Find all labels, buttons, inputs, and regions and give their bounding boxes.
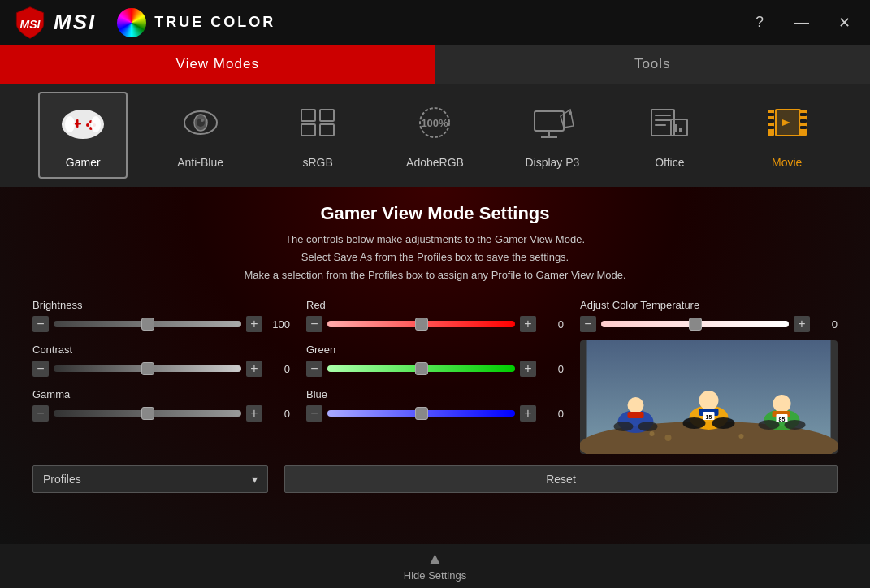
contrast-decrease-btn[interactable]: −	[32, 361, 49, 377]
contrast-control: Contrast − + 0	[32, 344, 290, 377]
red-increase-btn[interactable]: +	[520, 316, 536, 332]
svg-rect-14	[301, 110, 315, 121]
colortemp-decrease-btn[interactable]: −	[580, 316, 596, 332]
help-button[interactable]: ?	[747, 10, 773, 36]
gamma-decrease-btn[interactable]: −	[32, 405, 49, 422]
gamma-control: Gamma − + 0	[32, 388, 290, 422]
close-button[interactable]: ✕	[831, 10, 857, 36]
svg-rect-16	[301, 124, 315, 136]
gamma-increase-btn[interactable]: +	[246, 405, 262, 422]
settings-area: Gamer View Mode Settings The controls be…	[0, 187, 870, 544]
red-label: Red	[306, 299, 564, 311]
tab-bar: View Modes Tools	[0, 45, 870, 84]
brightness-slider[interactable]	[54, 321, 241, 327]
blue-control: Blue − + 0	[306, 388, 564, 422]
mode-office[interactable]: Office	[625, 92, 714, 179]
colortemp-increase-btn[interactable]: +	[794, 316, 810, 332]
tab-tools[interactable]: Tools	[435, 45, 871, 84]
right-controls: Adjust Color Temperature − + 0	[580, 299, 838, 454]
preview-svg: 15 85	[580, 340, 838, 454]
mode-movie[interactable]: Movie	[742, 92, 832, 179]
svg-point-9	[91, 116, 101, 132]
mode-gamer[interactable]: Gamer	[38, 92, 128, 179]
srgb-icon	[293, 102, 342, 149]
colortemp-control: Adjust Color Temperature − + 0	[580, 299, 838, 332]
anti-blue-icon	[176, 102, 225, 149]
svg-point-64	[665, 435, 672, 441]
svg-rect-41	[800, 126, 807, 129]
anti-blue-label: Anti-Blue	[177, 156, 223, 169]
movie-icon	[763, 102, 812, 149]
preview-image: 15 85	[580, 340, 838, 454]
blue-decrease-btn[interactable]: −	[306, 405, 322, 422]
green-increase-btn[interactable]: +	[520, 361, 536, 377]
msi-logo: MSI MSI	[13, 6, 96, 40]
green-value: 0	[541, 363, 564, 375]
svg-rect-30	[679, 128, 682, 132]
adobergb-label: AdobeRGB	[406, 156, 464, 169]
office-label: Office	[655, 156, 684, 169]
brightness-decrease-btn[interactable]: −	[32, 316, 49, 332]
contrast-increase-btn[interactable]: +	[246, 361, 262, 377]
settings-description: The controls below make adjustments to t…	[32, 231, 838, 284]
svg-point-8	[65, 116, 75, 132]
display-p3-label: Display P3	[525, 156, 579, 169]
svg-text:15: 15	[706, 414, 712, 420]
contrast-label: Contrast	[32, 344, 290, 356]
blue-increase-btn[interactable]: +	[520, 405, 536, 422]
main-content: View Modes Tools Gamer	[0, 45, 870, 588]
gamma-slider-row: − + 0	[32, 405, 290, 422]
bottom-controls-row: Profiles ▾ Reset	[32, 465, 838, 493]
blue-track	[327, 409, 515, 418]
colortemp-label: Adjust Color Temperature	[580, 299, 838, 311]
movie-label: Movie	[772, 156, 802, 169]
svg-text:MSI: MSI	[20, 18, 41, 31]
contrast-value: 0	[267, 363, 290, 375]
minimize-button[interactable]: —	[789, 10, 815, 36]
brightness-label: Brightness	[32, 299, 290, 311]
contrast-slider[interactable]	[54, 365, 241, 372]
svg-rect-39	[800, 113, 807, 116]
blue-slider[interactable]	[327, 410, 515, 417]
left-controls: Brightness − + 100 Contrast −	[32, 299, 290, 454]
svg-text:85: 85	[779, 417, 786, 422]
colortemp-track	[601, 319, 789, 329]
tab-view-modes[interactable]: View Modes	[0, 45, 435, 84]
red-slider[interactable]	[327, 321, 515, 327]
app-subtitle: TRUE COLOR	[154, 14, 275, 31]
brightness-slider-row: − + 100	[32, 316, 290, 332]
gamma-slider[interactable]	[54, 410, 241, 417]
green-decrease-btn[interactable]: −	[306, 361, 322, 377]
settings-title: Gamer View Mode Settings	[32, 203, 838, 224]
middle-controls: Red − + 0 Green −	[306, 299, 564, 454]
red-value: 0	[541, 318, 564, 331]
svg-rect-26	[655, 119, 671, 121]
brightness-increase-btn[interactable]: +	[246, 316, 262, 332]
red-slider-row: − + 0	[306, 316, 564, 332]
red-decrease-btn[interactable]: −	[306, 316, 322, 332]
svg-rect-29	[674, 124, 677, 132]
svg-rect-34	[768, 119, 774, 123]
svg-point-50	[699, 391, 719, 410]
mode-srgb[interactable]: sRGB	[273, 92, 362, 179]
svg-rect-40	[800, 119, 807, 123]
mode-anti-blue[interactable]: Anti-Blue	[156, 92, 245, 179]
mode-display-p3[interactable]: Display P3	[508, 92, 597, 179]
colortemp-slider[interactable]	[601, 321, 789, 327]
svg-point-63	[650, 431, 655, 436]
green-slider[interactable]	[327, 365, 515, 372]
svg-rect-15	[320, 110, 334, 121]
profiles-dropdown[interactable]: Profiles ▾	[32, 465, 268, 493]
svg-point-52	[683, 417, 706, 429]
svg-rect-20	[535, 111, 564, 131]
svg-point-65	[739, 434, 744, 439]
brightness-value: 100	[267, 318, 290, 331]
office-icon	[645, 102, 694, 149]
mode-adobergb[interactable]: 100% AdobeRGB	[390, 92, 479, 179]
contrast-slider-row: − + 0	[32, 361, 290, 377]
hide-settings-bar[interactable]: ▲ Hide Settings	[0, 544, 870, 588]
titlebar: MSI MSI TRUE COLOR ? — ✕	[0, 0, 870, 45]
reset-button[interactable]: Reset	[284, 465, 838, 493]
green-slider-row: − + 0	[306, 361, 564, 377]
svg-point-48	[638, 422, 658, 431]
